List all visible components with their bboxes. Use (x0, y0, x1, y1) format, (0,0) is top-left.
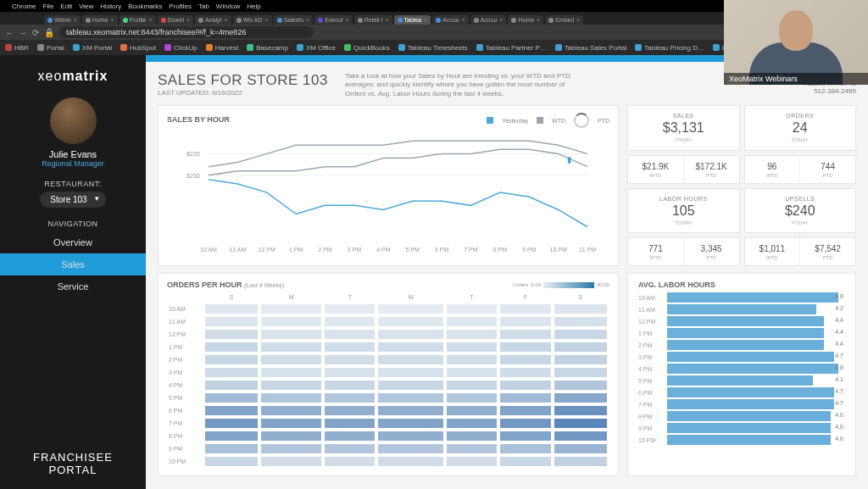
bookmark[interactable]: QuickBooks (344, 44, 390, 52)
page-title: SALES FOR STORE 103 (158, 72, 328, 89)
browser-tab[interactable]: Webin× (44, 15, 81, 25)
bookmark[interactable]: ClickUp (164, 44, 198, 52)
kpi-orders-split: 96WTD744PTD (744, 155, 857, 184)
browser-tab[interactable]: Home× (82, 15, 118, 25)
svg-text:10 PM: 10 PM (549, 247, 566, 253)
bookmark[interactable]: Tableau Sales Portal (555, 44, 626, 52)
svg-text:$230: $230 (186, 173, 200, 179)
kpi-upsells-split: $1,011WTD$7,542PTD (744, 237, 857, 266)
kpi-sales-split: $21.9KWTD$172.1KPTD (627, 155, 740, 184)
bookmark[interactable]: Tableau Partner P… (476, 44, 547, 52)
browser-tab[interactable]: Profile× (120, 15, 156, 25)
browser-tab[interactable]: Analyt× (195, 15, 231, 25)
browser-tab[interactable]: Tablea× (394, 15, 431, 25)
kpi-grid: SALES$3,131TODAYORDERS24TODAY$21.9KWTD$1… (627, 105, 856, 266)
reload-icon[interactable]: ⟳ (32, 28, 39, 37)
svg-text:6 PM: 6 PM (435, 247, 449, 253)
logo: xeomatrix (38, 69, 108, 84)
sales-by-hour-chart: SALES BY HOUR Yesterday WTD PTD $230$235… (158, 105, 619, 266)
browser-tab[interactable]: Salesfo× (274, 15, 313, 25)
last-updated: LAST UPDATED: 6/16/2022 (158, 89, 328, 97)
user-name: Julie Evans (49, 149, 97, 159)
browser-tab[interactable]: Wix AD× (233, 15, 272, 25)
svg-text:10 AM: 10 AM (200, 247, 217, 253)
kpi-sales: SALES$3,131TODAY (627, 105, 740, 151)
bookmark[interactable]: XM Office (297, 44, 336, 52)
forward-icon[interactable]: → (19, 28, 27, 37)
bookmark[interactable]: Harvest (206, 44, 239, 52)
sidebar-item-service[interactable]: Service (0, 275, 146, 297)
browser-tab[interactable]: Embed× (545, 15, 583, 25)
browser-tab[interactable]: Downl× (158, 15, 194, 25)
orders-per-hour-card: ORDERS PER HOUR (Last 4 Weeks) Orders 2.… (158, 273, 619, 476)
svg-text:11 PM: 11 PM (579, 247, 596, 253)
avg-labor-hours-card: AVG. LABOR HOURS 10 AM4.811 AM4.212 PM4.… (627, 273, 856, 476)
browser-tab[interactable]: Accou× (470, 15, 507, 25)
bookmark[interactable]: Portal (37, 44, 64, 52)
browser-tab[interactable]: Retail I× (354, 15, 392, 25)
svg-text:9 PM: 9 PM (522, 247, 537, 253)
svg-text:1 PM: 1 PM (289, 247, 303, 253)
restaurant-label: RESTAURANT: (44, 180, 101, 188)
kpi-upsells: UPSELLS$240TODAY (744, 188, 857, 234)
user-role[interactable]: Regional Manager (42, 159, 104, 168)
bookmark[interactable]: Tableau Timesheets (398, 44, 468, 52)
webcam-label: XeoMatrix Webinars (724, 73, 868, 85)
restaurant-dropdown[interactable]: Store 103 (40, 192, 105, 208)
back-icon[interactable]: ← (5, 28, 14, 37)
sidebar-item-overview[interactable]: Overview (0, 231, 146, 253)
svg-text:3 PM: 3 PM (348, 247, 362, 253)
browser-tab[interactable]: Accou× (432, 15, 469, 25)
portal-label: FRANCHISEEPORTAL (33, 451, 113, 477)
svg-text:$235: $235 (186, 152, 200, 158)
svg-text:12 PM: 12 PM (259, 247, 275, 253)
nav-label: NAVIGATION (47, 219, 97, 228)
kpi-orders: ORDERS24TODAY (744, 105, 857, 151)
kpi-labor: LABOR HOURS105TODAY (627, 188, 740, 234)
bookmark[interactable]: HBR (5, 44, 29, 52)
avatar (50, 97, 97, 144)
main-content: SALES FOR STORE 103 LAST UPDATED: 6/16/2… (146, 55, 868, 489)
loading-spinner (574, 113, 589, 128)
browser-tab[interactable]: Home× (508, 15, 543, 25)
svg-text:2 PM: 2 PM (318, 247, 332, 253)
bookmark[interactable]: HubSpot (120, 44, 156, 52)
page-description: Take a look at how your Sales by Hour ar… (345, 72, 582, 98)
bookmark[interactable]: Basecamp (247, 44, 288, 52)
url-field[interactable]: tableau.xeomatrix.net:8443/franchisee/#/… (59, 26, 314, 38)
svg-text:11 AM: 11 AM (229, 247, 246, 253)
lock-icon: 🔒 (44, 28, 54, 37)
sidebar: xeomatrix Julie Evans Regional Manager R… (0, 55, 146, 489)
sidebar-item-sales[interactable]: Sales (0, 253, 146, 275)
bookmark[interactable]: Tableau Pricing D… (635, 44, 704, 52)
webcam-overlay: XeoMatrix Webinars (724, 0, 868, 85)
cursor-icon: ⬍ (565, 155, 573, 166)
kpi-labor-split: 771WTD3,345PTD (627, 237, 740, 266)
browser-tab[interactable]: Execut× (314, 15, 353, 25)
svg-text:8 PM: 8 PM (493, 247, 508, 253)
svg-text:5 PM: 5 PM (406, 247, 420, 253)
bookmark[interactable]: XM Portal (73, 44, 112, 52)
svg-text:4 PM: 4 PM (376, 247, 391, 253)
svg-text:7 PM: 7 PM (464, 247, 478, 253)
menubar-app[interactable]: Chrome (12, 3, 36, 10)
